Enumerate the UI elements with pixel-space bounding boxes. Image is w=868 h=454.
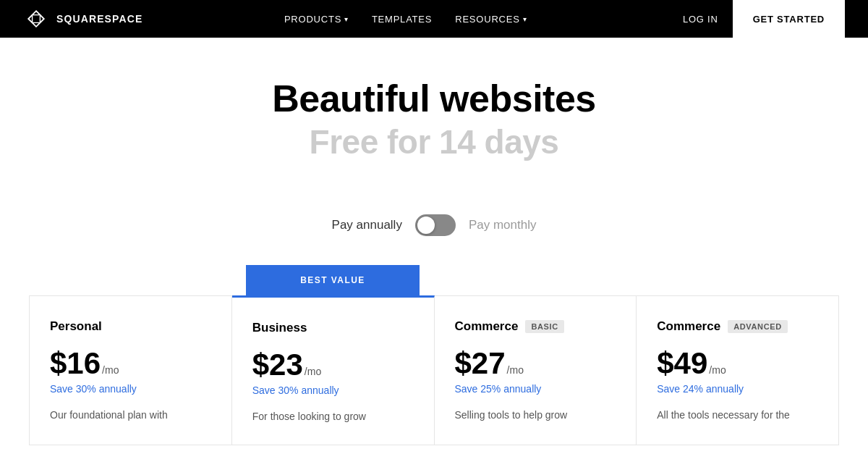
chevron-down-icon: ▾: [344, 15, 349, 23]
nav-templates[interactable]: TEMPLATES: [372, 14, 432, 25]
plan-name: Commerce: [455, 319, 519, 334]
plan-description: All the tools necessary for the: [657, 408, 818, 423]
nav-actions: LOG IN GET STARTED: [668, 0, 845, 38]
plan-name: Business: [252, 321, 307, 335]
plan-price: $ 49 /mo: [657, 348, 818, 379]
pay-monthly-label: Pay monthly: [469, 218, 537, 232]
login-button[interactable]: LOG IN: [668, 14, 733, 25]
plan-price: $ 27 /mo: [455, 348, 616, 379]
plan-header: Commerce ADVANCED: [657, 319, 818, 334]
pricing-section: BEST VALUE Personal $ 16 /mo Save 30% an…: [14, 265, 854, 454]
price-dollar-sign: $: [252, 350, 269, 380]
price-period: /mo: [709, 364, 726, 376]
svg-rect-0: [23, 6, 49, 32]
best-value-container: BEST VALUE: [29, 265, 839, 295]
pricing-card-personal-0[interactable]: Personal $ 16 /mo Save 30% annually Our …: [29, 295, 232, 445]
hero-section: Beautiful websites Free for 14 days: [0, 38, 868, 188]
navbar: SQUARESPACE PRODUCTS ▾ TEMPLATES RESOURC…: [0, 0, 868, 38]
pricing-card-business-1[interactable]: Business $ 23 /mo Save 30% annually For …: [232, 295, 435, 445]
price-period: /mo: [507, 364, 524, 376]
pay-annually-label: Pay annually: [332, 218, 402, 232]
price-period: /mo: [102, 364, 119, 376]
plan-description: For those looking to grow: [252, 409, 414, 424]
plan-savings: Save 30% annually: [50, 383, 211, 395]
price-dollar-sign: $: [657, 348, 673, 379]
plan-name: Personal: [50, 319, 102, 334]
nav-products[interactable]: PRODUCTS ▾: [284, 14, 349, 25]
plan-description: Our foundational plan with: [50, 408, 211, 423]
plan-price: $ 16 /mo: [50, 348, 211, 379]
hero-subtitle: Free for 14 days: [14, 122, 854, 162]
plan-savings: Save 30% annually: [252, 384, 414, 396]
billing-toggle-row: Pay annually Pay monthly: [0, 214, 868, 236]
plan-header: Business: [252, 321, 414, 335]
billing-toggle[interactable]: [415, 214, 456, 236]
plan-header: Commerce BASIC: [455, 319, 616, 334]
plan-price: $ 23 /mo: [252, 350, 414, 380]
plan-name: Commerce: [657, 319, 720, 334]
nav-links: PRODUCTS ▾ TEMPLATES RESOURCES ▾: [284, 14, 527, 25]
plan-header: Personal: [50, 319, 211, 334]
price-period: /mo: [305, 366, 321, 377]
pricing-card-commerce-2[interactable]: Commerce BASIC $ 27 /mo Save 25% annuall…: [435, 295, 637, 445]
logo-text: SQUARESPACE: [56, 13, 142, 25]
plan-savings: Save 24% annually: [657, 383, 818, 395]
plan-description: Selling tools to help grow: [455, 408, 616, 423]
hero-title: Beautiful websites: [14, 78, 854, 119]
chevron-down-icon-2: ▾: [523, 15, 527, 23]
logo-icon: [23, 6, 49, 32]
pricing-cards: Personal $ 16 /mo Save 30% annually Our …: [29, 295, 839, 445]
price-dollar-sign: $: [455, 348, 472, 379]
logo[interactable]: SQUARESPACE: [23, 6, 142, 32]
price-dollar-sign: $: [50, 348, 67, 379]
price-amount: 49: [674, 348, 708, 379]
plan-badge: BASIC: [525, 320, 564, 333]
plan-savings: Save 25% annually: [455, 383, 616, 395]
nav-resources[interactable]: RESOURCES ▾: [455, 14, 527, 25]
best-value-banner: BEST VALUE: [246, 265, 420, 295]
plan-badge: ADVANCED: [728, 320, 788, 333]
pricing-card-commerce-3[interactable]: Commerce ADVANCED $ 49 /mo Save 24% annu…: [637, 295, 839, 445]
price-amount: 16: [67, 348, 101, 379]
toggle-thumb: [417, 217, 435, 234]
get-started-button[interactable]: GET STARTED: [733, 0, 845, 38]
price-amount: 23: [269, 350, 303, 380]
price-amount: 27: [472, 348, 506, 379]
